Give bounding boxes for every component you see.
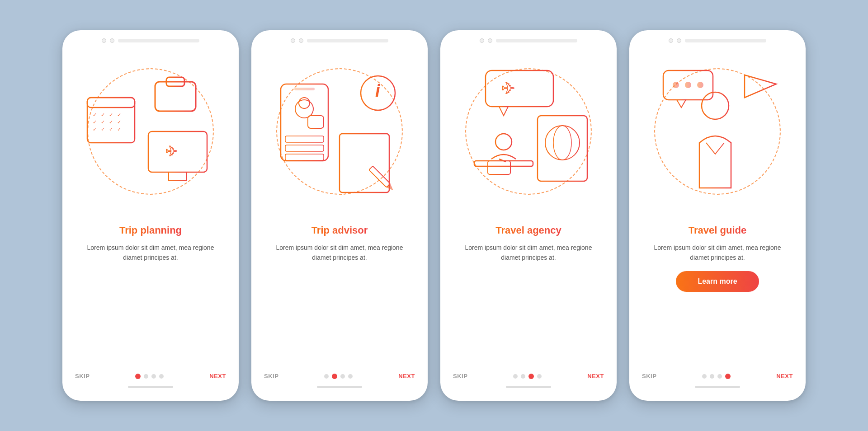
skip-button-4[interactable]: SKIP [642,373,656,379]
illustration-travel-guide [629,46,806,217]
nav-dot-active [725,374,731,379]
svg-rect-51 [488,161,510,174]
bottom-bar-3 [506,386,551,388]
phone-title-2: Trip advisor [311,225,368,236]
svg-text:✓: ✓ [101,119,105,125]
nav-dot [144,374,148,379]
phone-body-2: Lorem ipsum dolor sit dim amet, mea regi… [266,243,413,263]
phone-topbar-1 [62,30,239,46]
svg-rect-31 [285,136,324,142]
phone-travel-agency: ✈ [440,30,617,401]
next-button-3[interactable]: NEXT [587,373,604,379]
svg-rect-5 [87,98,135,108]
topbar-line [307,39,388,42]
phones-container: ✓ ✓ ✓ ✓ ✓ ✓ ✓ ✓ ✓ ✓ ✓ ✓ [44,12,824,419]
nav-dot [717,374,722,379]
phone-content-2: Trip advisor Lorem ipsum dolor sit dim a… [251,217,428,368]
illustration-trip-planning: ✓ ✓ ✓ ✓ ✓ ✓ ✓ ✓ ✓ ✓ ✓ ✓ [62,46,239,217]
svg-rect-32 [285,145,324,151]
svg-text:✓: ✓ [109,112,113,117]
svg-text:✓: ✓ [117,119,121,125]
svg-text:✓: ✓ [117,126,121,132]
dots-nav-1 [135,374,164,379]
topbar-line [685,39,766,42]
svg-text:✓: ✓ [109,119,113,125]
svg-rect-43 [486,70,553,107]
svg-rect-46 [474,161,533,166]
svg-marker-44 [499,107,508,116]
svg-text:✓: ✓ [93,119,97,125]
nav-dot [151,374,156,379]
nav-dot-active [332,374,337,379]
svg-text:✈: ✈ [165,143,178,159]
next-button-4[interactable]: NEXT [776,373,793,379]
bottom-bar-1 [128,386,173,388]
illustration-trip-advisor: i [251,46,428,217]
nav-dot [324,374,329,379]
svg-rect-36 [340,134,389,192]
topbar-line [118,39,199,42]
svg-marker-42 [387,183,395,192]
svg-rect-41 [369,166,390,187]
svg-rect-25 [294,88,315,90]
trip-advisor-svg: i [272,61,407,206]
topbar-dot [102,38,106,43]
nav-dot [348,374,353,379]
phone-bottom-4: SKIP NEXT [629,368,806,379]
next-button-2[interactable]: NEXT [398,373,415,379]
nav-dot [702,374,707,379]
illustration-travel-agency: ✈ [440,46,617,217]
phone-title-3: Travel agency [495,225,561,236]
phone-bottom-3: SKIP NEXT [440,368,617,379]
svg-rect-33 [285,154,324,160]
nav-dot [710,374,714,379]
svg-point-65 [702,92,729,119]
skip-button-2[interactable]: SKIP [264,373,278,379]
nav-dot [513,374,518,379]
svg-text:✓: ✓ [101,126,105,132]
travel-agency-svg: ✈ [461,61,596,206]
svg-point-61 [673,82,679,88]
svg-text:✓: ✓ [101,112,105,117]
svg-rect-21 [169,172,187,180]
topbar-dot [291,38,295,43]
skip-button-3[interactable]: SKIP [453,373,467,379]
phone-topbar-2 [251,30,428,46]
phone-content-3: Travel agency Lorem ipsum dolor sit dim … [440,217,617,368]
phone-travel-guide: Travel guide Lorem ipsum dolor sit dim a… [629,30,806,401]
bottom-bar-2 [317,386,362,388]
next-button-1[interactable]: NEXT [209,373,226,379]
topbar-dot [677,38,681,43]
svg-rect-20 [148,131,207,172]
topbar-dot [669,38,673,43]
svg-rect-24 [281,84,328,161]
phone-bottom-1: SKIP NEXT [62,368,239,379]
nav-dot-active [528,374,534,379]
phone-trip-planning: ✓ ✓ ✓ ✓ ✓ ✓ ✓ ✓ ✓ ✓ ✓ ✓ [62,30,239,401]
svg-text:✓: ✓ [93,126,97,132]
travel-guide-svg [650,61,785,206]
phone-title-1: Trip planning [119,225,182,236]
phone-topbar-4 [629,30,806,46]
phone-topbar-3 [440,30,617,46]
svg-text:i: i [375,81,381,100]
dots-nav-4 [702,374,731,379]
nav-dot-active [135,374,141,379]
svg-text:✓: ✓ [117,112,121,117]
nav-dot [340,374,345,379]
topbar-line [496,39,577,42]
learn-more-button[interactable]: Learn more [676,271,759,292]
svg-rect-28 [308,116,324,128]
bottom-bar-4 [695,386,740,388]
skip-button-1[interactable]: SKIP [75,373,90,379]
svg-point-63 [697,82,703,88]
topbar-dot [110,38,114,43]
phone-bottom-2: SKIP NEXT [251,368,428,379]
svg-point-52 [495,134,512,150]
dots-nav-3 [513,374,542,379]
phone-trip-advisor: i Trip advisor Lorem [251,30,428,401]
nav-dot [521,374,525,379]
svg-marker-64 [677,100,686,108]
svg-marker-67 [745,75,776,98]
topbar-dot [488,38,492,43]
